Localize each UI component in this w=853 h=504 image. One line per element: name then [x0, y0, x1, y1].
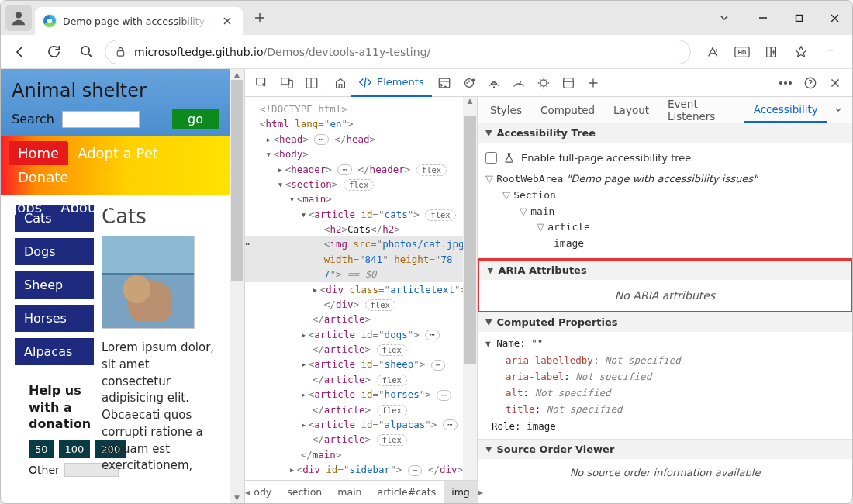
- close-tab-button[interactable]: [219, 13, 235, 29]
- maximize-button[interactable]: [781, 1, 817, 35]
- console-icon[interactable]: [432, 71, 457, 95]
- nav-donate[interactable]: Donate: [9, 165, 78, 189]
- svg-rect-3: [117, 51, 123, 57]
- profile-button[interactable]: [5, 5, 32, 31]
- inspect-icon[interactable]: [250, 71, 275, 95]
- fullpage-label: Enable full-page accessibility tree: [521, 152, 691, 164]
- network-icon[interactable]: [482, 71, 506, 95]
- address-bar[interactable]: microsoftedge.github.io/Demos/devtools-a…: [105, 40, 691, 64]
- panel-tabs: Styles Computed Layout Event Listeners A…: [478, 97, 852, 123]
- more-tabs-icon[interactable]: [581, 71, 606, 95]
- svg-point-22: [785, 81, 787, 84]
- browser-toolbar: microsoftedge.github.io/Demos/devtools-a…: [1, 35, 852, 69]
- tree-header[interactable]: Accessibility Tree: [496, 127, 596, 139]
- fullpage-checkbox[interactable]: [485, 152, 497, 164]
- svg-rect-20: [563, 78, 573, 88]
- svg-point-17: [471, 78, 475, 81]
- crumb-section[interactable]: section: [279, 481, 330, 503]
- section-accessibility-tree: ▼Accessibility Tree Enable full-page acc…: [478, 123, 852, 259]
- close-devtools-icon[interactable]: [823, 71, 848, 95]
- dom-scrollbar[interactable]: ▲: [463, 97, 477, 480]
- performance-icon[interactable]: [506, 71, 531, 95]
- crumb-body[interactable]: ody: [250, 481, 279, 503]
- url-text: microsoftedge.github.io/Demos/devtools-a…: [134, 46, 430, 58]
- side-panel: Styles Computed Layout Event Listeners A…: [478, 97, 852, 503]
- crumb-scroll-left[interactable]: ◂: [245, 481, 250, 503]
- svg-point-10: [832, 50, 833, 50]
- tab-computed[interactable]: Computed: [531, 97, 604, 123]
- page-viewport: Animal shelter Search go Home Adopt a Pe…: [1, 69, 230, 503]
- back-button[interactable]: [7, 38, 35, 66]
- section-aria-attributes: ▼ARIA Attributes No ARIA attributes: [478, 258, 852, 313]
- nav-jobs[interactable]: Jobs: [9, 195, 51, 219]
- flask-icon: [503, 152, 515, 164]
- nav-home[interactable]: Home: [9, 141, 68, 165]
- close-window-button[interactable]: [817, 1, 852, 35]
- sidenav-dogs[interactable]: Dogs: [15, 238, 94, 265]
- browser-tab[interactable]: Demo page with accessibility issues: [35, 7, 243, 35]
- device-icon[interactable]: [275, 71, 299, 95]
- minimize-button[interactable]: [745, 1, 781, 35]
- more-icon[interactable]: [817, 38, 844, 66]
- favorite-icon[interactable]: [787, 38, 815, 66]
- dock-icon[interactable]: [299, 71, 324, 95]
- crumb-img[interactable]: img: [444, 481, 478, 503]
- welcome-icon[interactable]: [326, 71, 351, 95]
- svg-point-19: [540, 79, 547, 85]
- nav-about[interactable]: About Us: [51, 195, 133, 219]
- panel-tabs-overflow[interactable]: [827, 105, 849, 115]
- search-input[interactable]: [62, 111, 140, 128]
- svg-point-0: [16, 12, 22, 18]
- sidenav-sheep[interactable]: Sheep: [15, 271, 94, 299]
- tab-title: Demo page with accessibility issues: [63, 16, 213, 27]
- collections-icon[interactable]: [758, 38, 786, 66]
- hd-icon[interactable]: HD: [728, 38, 756, 66]
- help-icon[interactable]: [798, 71, 823, 95]
- tab-accessibility[interactable]: Accessibility: [744, 97, 827, 123]
- aria-empty: No ARIA attributes: [479, 280, 851, 311]
- sources-icon[interactable]: [457, 71, 482, 95]
- tab-styles[interactable]: Styles: [481, 97, 531, 123]
- svg-point-18: [493, 86, 495, 88]
- dom-tree[interactable]: <!DOCTYPE html> <html lang="en"> ▸<head>…: [245, 97, 477, 480]
- application-icon[interactable]: [556, 71, 581, 95]
- crumb-main[interactable]: main: [330, 481, 369, 503]
- devtools-toolbar: Elements: [245, 69, 852, 97]
- sidenav-horses[interactable]: Horses: [15, 305, 94, 332]
- lock-icon: [115, 46, 126, 57]
- crumb-scroll-right[interactable]: ▸: [478, 481, 483, 503]
- dom-panel: <!DOCTYPE html> <html lang="en"> ▸<head>…: [245, 97, 478, 503]
- tab-event-listeners[interactable]: Event Listeners: [658, 97, 744, 123]
- breadcrumb: ◂ ody section main article#cats img ▸: [245, 480, 477, 503]
- section-computed-properties: ▼Computed Properties ▼ Name: "" aria-lab…: [478, 312, 852, 440]
- tab-layout[interactable]: Layout: [604, 97, 658, 123]
- new-tab-button[interactable]: [247, 5, 273, 31]
- crumb-article[interactable]: article#cats: [370, 481, 444, 503]
- other-label: Other: [29, 464, 60, 476]
- svg-rect-1: [796, 15, 802, 21]
- page-scrollbar[interactable]: ▲ ▼: [230, 69, 244, 503]
- svg-point-2: [81, 47, 88, 54]
- help-heading: Help uswith adonation: [29, 382, 94, 433]
- chip-50[interactable]: 50: [29, 440, 54, 458]
- order-header[interactable]: Source Order Viewer: [496, 444, 614, 455]
- search-button[interactable]: [72, 38, 100, 66]
- sidenav-alpacas[interactable]: Alpacas: [15, 338, 94, 365]
- svg-point-21: [780, 81, 782, 84]
- svg-point-8: [828, 50, 829, 50]
- chevron-down-icon[interactable]: [706, 1, 742, 35]
- memory-icon[interactable]: [531, 71, 556, 95]
- read-aloud-icon[interactable]: [699, 38, 727, 66]
- go-button[interactable]: go: [172, 109, 219, 129]
- edge-favicon-icon: [43, 14, 57, 28]
- chip-100[interactable]: 100: [59, 440, 91, 458]
- side-navigation: Cats Dogs Sheep Horses Alpacas Help uswi…: [1, 205, 94, 477]
- computed-header[interactable]: Computed Properties: [496, 316, 617, 328]
- aria-header[interactable]: ARIA Attributes: [498, 264, 586, 276]
- nav-adopt[interactable]: Adopt a Pet: [68, 141, 167, 165]
- refresh-button[interactable]: [40, 38, 67, 66]
- tab-elements[interactable]: Elements: [351, 69, 432, 97]
- cat-image: [102, 236, 195, 329]
- devtools-more-icon[interactable]: [773, 71, 798, 95]
- svg-rect-14: [306, 78, 317, 88]
